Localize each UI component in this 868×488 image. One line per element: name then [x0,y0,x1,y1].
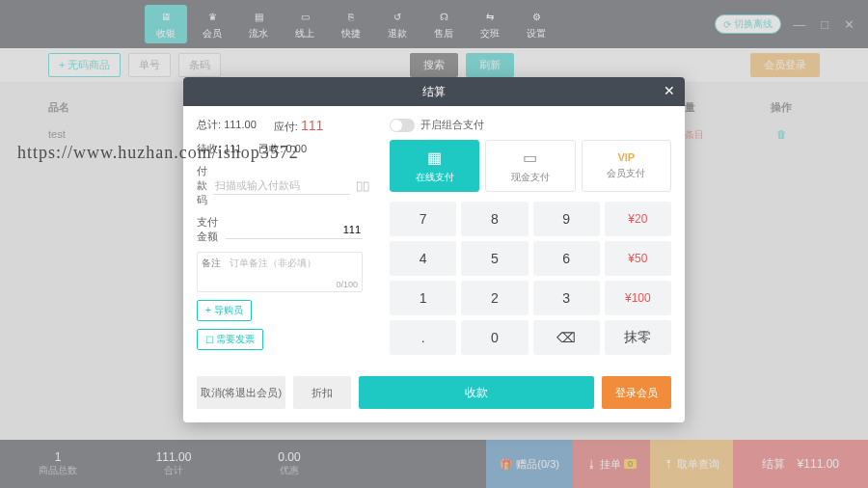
checkbox-icon: ☐ [205,335,214,345]
modal-title: 结算 [422,84,446,100]
paycode-input[interactable] [213,176,350,195]
key-amt-100[interactable]: ¥100 [605,281,671,315]
modal-overlay: 结算 ✕ 总计: 111.00 应付: 111 待收: 111 已收: 0.00… [0,0,868,488]
checkout-modal: 结算 ✕ 总计: 111.00 应付: 111 待收: 111 已收: 0.00… [183,77,685,422]
scan-icon[interactable]: ⌷⌷ [356,179,369,193]
key-dot[interactable]: . [390,320,456,355]
key-2[interactable]: 2 [461,281,528,315]
modal-header: 结算 ✕ [183,77,685,106]
key-6[interactable]: 6 [533,241,600,276]
key-1[interactable]: 1 [390,281,456,315]
key-5[interactable]: 5 [461,241,528,276]
close-icon[interactable]: ✕ [664,83,675,98]
key-0[interactable]: 0 [461,320,528,355]
key-9[interactable]: 9 [533,202,600,236]
payamount-input[interactable] [226,221,363,239]
discount-button[interactable]: 折扣 [293,376,351,409]
key-8[interactable]: 8 [461,202,528,236]
key-3[interactable]: 3 [533,281,600,315]
key-backspace[interactable]: ⌫ [533,320,600,355]
numeric-keypad: 7 8 9 ¥20 4 5 6 ¥50 1 2 3 ¥100 . 0 ⌫ 抹零 [390,202,671,355]
paycode-field: 付款码 ⌷⌷ [197,164,363,207]
login-member-button[interactable]: 登录会员 [602,376,671,409]
collect-button[interactable]: 收款 [359,376,594,409]
key-4[interactable]: 4 [390,241,456,276]
remark-box[interactable]: 备注 订单备注（非必填） 0/100 [197,252,363,292]
need-invoice-button[interactable]: ☐需要发票 [197,329,263,350]
pay-member[interactable]: VIP会员支付 [582,140,671,192]
vip-icon: VIP [617,151,635,163]
pay-cash[interactable]: ▭现金支付 [485,140,575,192]
key-amt-50[interactable]: ¥50 [605,241,671,276]
wallet-icon: ▭ [523,149,537,167]
add-salesman-button[interactable]: + 导购员 [197,300,252,321]
watermark-text: https://www.huzhan.com/ishop3572 [17,143,299,163]
key-round[interactable]: 抹零 [605,320,671,355]
cancel-button[interactable]: 取消(将退出会员) [197,376,285,409]
pay-online[interactable]: ▦在线支付 [390,140,479,192]
qr-icon: ▦ [427,149,442,167]
key-7[interactable]: 7 [390,202,456,236]
combo-pay-switch[interactable] [390,119,415,132]
payamount-field: 支付金额 [197,215,363,244]
key-amt-20[interactable]: ¥20 [605,202,671,236]
combo-pay-row: 开启组合支付 [390,118,671,132]
